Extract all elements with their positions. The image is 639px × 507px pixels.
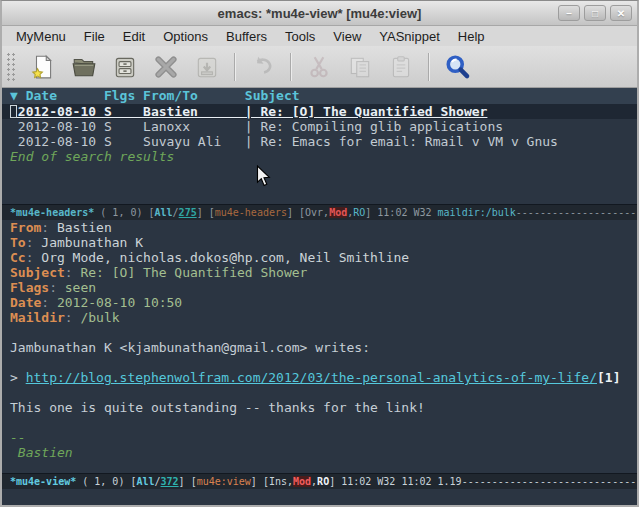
header-row[interactable]: 2012-08-10 S Suvayu Ali | Re: Emacs for … xyxy=(2,134,637,149)
signature-name: Bastien xyxy=(2,445,637,460)
minimize-icon: – xyxy=(566,8,572,19)
emacs-window: emacs: *mu4e-view* [mu4e:view] – □ ✕ MyM… xyxy=(0,0,639,507)
tool-bar xyxy=(2,46,637,88)
major-mode: mu4e-headers xyxy=(215,207,287,218)
toolbar-paste-button xyxy=(385,51,417,83)
window-controls: – □ ✕ xyxy=(558,5,632,21)
toolbar-separator xyxy=(234,53,236,81)
toolbar-save-as-button xyxy=(191,51,223,83)
toolbar-new-button[interactable] xyxy=(27,51,59,83)
toolbar-search-button[interactable] xyxy=(441,51,473,83)
maximize-icon: □ xyxy=(592,8,598,19)
search-icon xyxy=(444,53,471,80)
hollow-cursor xyxy=(10,105,17,118)
toolbar-separator xyxy=(428,53,430,81)
buffer-name: *mu4e-headers* xyxy=(10,207,94,218)
quoted-link-line: > http://blog.stephenwolfram.com/2012/03… xyxy=(2,370,637,385)
menu-item-buffers[interactable]: Buffers xyxy=(218,28,275,45)
headers-list: 2012-08-10 S Bastien | Re: [O] The Quant… xyxy=(2,104,637,149)
message-text: This one is quite outstanding -- thanks … xyxy=(2,400,637,415)
header-row[interactable]: 2012-08-10 S Lanoxx | Re: Compiling glib… xyxy=(2,119,637,134)
signature-separator: -- xyxy=(2,430,637,445)
field-from: From: Bastien xyxy=(2,220,637,235)
blank-line xyxy=(2,415,637,430)
menu-item-options[interactable]: Options xyxy=(155,28,216,45)
toolbar-open-button[interactable] xyxy=(68,51,100,83)
menu-item-edit[interactable]: Edit xyxy=(115,28,153,45)
maildir-indicator: maildir:/bulk xyxy=(438,207,516,218)
blank-line xyxy=(2,385,637,400)
field-cc: Cc: Org Mode, nicholas.dokos@hp.com, Nei… xyxy=(2,250,637,265)
close-button[interactable]: ✕ xyxy=(610,5,632,21)
blank-line xyxy=(2,355,637,370)
headers-column-header[interactable]: ▼ Date Flgs From/To Subject xyxy=(2,88,637,104)
menu-item-help[interactable]: Help xyxy=(450,28,493,45)
save-icon xyxy=(112,54,138,80)
undo-icon xyxy=(250,54,276,80)
menu-item-view[interactable]: View xyxy=(325,28,369,45)
toolbar-save-button[interactable] xyxy=(109,51,141,83)
field-to: To: Jambunathan K xyxy=(2,235,637,250)
minimize-button[interactable]: – xyxy=(558,5,580,21)
window-title: emacs: *mu4e-view* [mu4e:view] xyxy=(218,6,422,21)
emacs-frame: ▼ Date Flgs From/To Subject 2012-08-10 S… xyxy=(2,88,637,505)
headers-mode-line: *mu4e-headers* ( 1, 0) [All/275] [mu4e-h… xyxy=(2,204,637,220)
close-icon: ✕ xyxy=(617,8,625,19)
paste-icon xyxy=(388,54,414,80)
toolbar-cut-button xyxy=(303,51,335,83)
view-mode-line: *mu4e-view* ( 1, 0) [All/372] [mu4e:view… xyxy=(2,473,637,489)
empty-buffer-space xyxy=(2,164,637,204)
blank-line xyxy=(2,325,637,340)
toolbar-separator xyxy=(290,53,292,81)
toolbar-copy-button xyxy=(344,51,376,83)
end-of-search-results: End of search results xyxy=(2,149,637,164)
field-subject: Subject: Re: [O] The Quantified Shower xyxy=(2,265,637,280)
open-folder-icon xyxy=(71,54,97,80)
message-hyperlink[interactable]: http://blog.stephenwolfram.com/2012/03/t… xyxy=(26,370,597,385)
field-maildir: Maildir: /bulk xyxy=(2,310,637,325)
menu-item-mymenu[interactable]: MyMenu xyxy=(8,28,74,45)
buffer-name: *mu4e-view* xyxy=(10,476,76,487)
new-file-icon xyxy=(30,54,56,80)
message-attribution: Jambunathan K <kjambunathan@gmail.com> w… xyxy=(2,340,637,355)
toolbar-close-button[interactable] xyxy=(150,51,182,83)
cut-icon xyxy=(306,54,332,80)
menu-bar: MyMenu File Edit Options Buffers Tools V… xyxy=(2,26,637,46)
maximize-button[interactable]: □ xyxy=(584,5,606,21)
echo-area[interactable] xyxy=(2,489,637,505)
major-mode: mu4e:view xyxy=(197,476,251,487)
close-buffer-icon xyxy=(153,54,179,80)
menu-item-file[interactable]: File xyxy=(76,28,113,45)
toolbar-undo-button xyxy=(247,51,279,83)
field-date: Date: 2012-08-10 10:50 xyxy=(2,295,637,310)
toolbar-grip[interactable] xyxy=(6,52,16,82)
titlebar[interactable]: emacs: *mu4e-view* [mu4e:view] – □ ✕ xyxy=(2,1,637,26)
empty-buffer-space xyxy=(2,460,637,473)
copy-icon xyxy=(347,54,373,80)
menu-item-tools[interactable]: Tools xyxy=(277,28,323,45)
field-flags: Flags: seen xyxy=(2,280,637,295)
save-as-icon xyxy=(194,54,220,80)
quote-prefix: > xyxy=(10,370,26,385)
header-row-selected[interactable]: 2012-08-10 S Bastien | Re: [O] The Quant… xyxy=(2,104,637,119)
menu-item-yasnippet[interactable]: YASnippet xyxy=(371,28,447,45)
footnote-ref: [1] xyxy=(597,370,620,385)
